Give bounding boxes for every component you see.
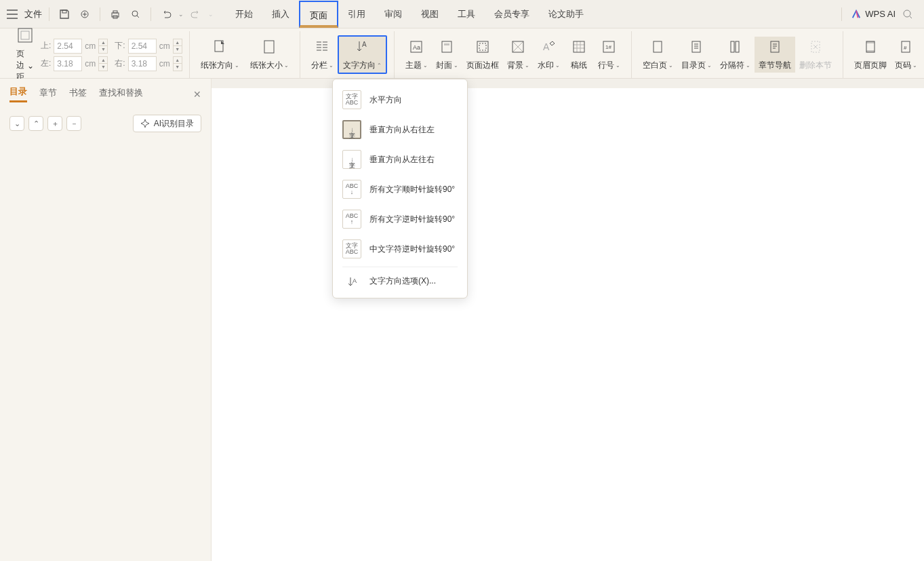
watermark-button[interactable]: A 水印⌄ (534, 37, 564, 73)
file-menu[interactable]: 文件 (24, 8, 42, 20)
cover-button[interactable]: 封面⌄ (432, 37, 462, 73)
tab-start[interactable]: 开始 (226, 1, 262, 28)
margin-bottom-spinner[interactable]: ▲▼ (173, 39, 182, 54)
margin-right-spinner[interactable]: ▲▼ (173, 56, 182, 71)
sidepanel-tab-chapter[interactable]: 章节 (39, 87, 57, 102)
search-icon[interactable] (902, 9, 913, 20)
wps-ai-button[interactable]: WPS AI (851, 9, 896, 19)
print-icon[interactable] (107, 6, 123, 22)
separator-button[interactable]: 分隔符⌄ (716, 37, 755, 73)
expand-down-button[interactable]: ⌄ (9, 116, 24, 131)
undo-caret[interactable]: ⌄ (178, 11, 184, 18)
redo-caret[interactable]: ⌄ (208, 11, 214, 18)
dd-more-options[interactable]: A 文字方向选项(X)... (333, 270, 467, 292)
add-button[interactable]: ＋ (47, 116, 62, 131)
dd-vertical-rtl[interactable]: 文字→ 垂直方向从右往左 (333, 115, 467, 144)
line-number-button[interactable]: 1# 行号⌄ (594, 37, 624, 73)
page-border-icon (474, 38, 491, 56)
grid-paper-button[interactable]: 稿纸 (564, 37, 594, 73)
export-icon[interactable] (77, 6, 93, 22)
columns-icon (313, 38, 331, 56)
remove-button[interactable]: － (66, 116, 81, 131)
ribbon: 页边距⌄ 上: cm ▲▼ 左: cm ▲▼ 下: cm ▲▼ (0, 28, 924, 79)
document-page[interactable] (212, 88, 924, 561)
svg-rect-27 (771, 41, 779, 52)
chapter-nav-button[interactable]: 章节导航 (755, 37, 795, 73)
document-area (212, 79, 924, 561)
dd-vertical-ltr[interactable]: 文字→ 垂直方向从左往右 (333, 144, 467, 174)
page-border-button[interactable]: 页面边框 (462, 37, 503, 73)
margin-right-input[interactable] (128, 56, 157, 71)
paper-size-button[interactable]: 纸张大小⌄ (246, 37, 293, 73)
separator-icon (726, 38, 744, 56)
tab-vip[interactable]: 会员专享 (485, 1, 539, 28)
tab-page[interactable]: 页面 (299, 1, 338, 28)
tab-reference[interactable]: 引用 (338, 1, 375, 28)
sidepanel-tab-bookmark[interactable]: 书签 (69, 87, 87, 102)
dd-vertical-ltr-icon: 文字→ (342, 150, 361, 169)
sidepanel-tab-toc[interactable]: 目录 (9, 85, 27, 102)
ai-toc-button[interactable]: AI识别目录 (133, 115, 201, 132)
grid-paper-icon (570, 38, 588, 56)
dd-rotate-cw[interactable]: ABC↓ 所有文字顺时针旋转90° (333, 174, 467, 204)
background-button[interactable]: 背景⌄ (503, 37, 534, 73)
background-icon (509, 38, 527, 56)
svg-text:A: A (362, 41, 367, 48)
header-footer-button[interactable]: 页眉页脚 (850, 37, 891, 73)
columns-button[interactable]: 分栏⌄ (307, 37, 338, 73)
paper-orient-icon (211, 38, 228, 56)
svg-text:Aa: Aa (413, 44, 420, 51)
margin-top-input[interactable] (54, 39, 82, 54)
page-number-button[interactable]: # 页码⌄ (891, 37, 921, 73)
dd-cjk-ccw-icon: 文字ABC (342, 239, 361, 258)
save-icon[interactable] (56, 6, 73, 22)
svg-rect-15 (444, 43, 449, 45)
svg-text:A: A (543, 41, 550, 52)
margin-left-input[interactable] (54, 56, 82, 71)
sidepanel-tab-find[interactable]: 查找和替换 (99, 87, 143, 102)
svg-rect-31 (866, 50, 875, 52)
collapse-up-button[interactable]: ⌃ (28, 116, 43, 131)
blank-page-button[interactable]: 空白页⌄ (639, 37, 677, 73)
theme-icon: Aa (407, 38, 425, 56)
menu-tabs: 开始 插入 页面 引用 审阅 视图 工具 会员专享 论文助手 (226, 1, 593, 28)
svg-rect-14 (442, 41, 451, 52)
svg-point-5 (132, 11, 138, 16)
tab-insert[interactable]: 插入 (262, 1, 299, 28)
sidepanel-tabs: 目录 章节 书签 查找和替换 ✕ (9, 85, 201, 102)
undo-icon[interactable] (158, 6, 174, 22)
menubar-right: WPS AI (839, 7, 920, 21)
menu-icon[interactable] (4, 6, 20, 22)
paper-size-icon (260, 38, 278, 56)
toc-page-button[interactable]: 目录页⌄ (677, 37, 716, 73)
delete-section-icon (807, 38, 824, 56)
paper-orient-button[interactable]: 纸张方向⌄ (197, 37, 243, 73)
dd-horizontal[interactable]: 文字ABC 水平方向 (333, 85, 467, 115)
wps-ai-label: WPS AI (865, 9, 896, 19)
redo-icon[interactable] (188, 6, 204, 22)
tab-thesis[interactable]: 论文助手 (539, 1, 593, 28)
tab-view[interactable]: 视图 (411, 1, 448, 28)
margin-left-spinner[interactable]: ▲▼ (98, 56, 108, 71)
margin-top-spinner[interactable]: ▲▼ (98, 39, 108, 54)
tab-review[interactable]: 审阅 (375, 1, 411, 28)
dd-cjk-ccw[interactable]: 文字ABC 中文字符逆时针旋转90° (333, 234, 467, 264)
svg-point-6 (904, 10, 910, 17)
page-margin-button[interactable]: 页边距⌄ (16, 48, 34, 83)
margin-bottom-label: 下: (115, 40, 125, 52)
margin-bottom-input[interactable] (128, 39, 157, 54)
dd-rotate-ccw[interactable]: ABC↑ 所有文字逆时针旋转90° (333, 204, 467, 234)
theme-button[interactable]: Aa 主题⌄ (401, 37, 432, 73)
group-paper: 纸张方向⌄ 纸张大小⌄ (190, 31, 300, 78)
wps-ai-logo-icon (851, 9, 861, 19)
text-direction-button[interactable]: A 文字方向⌃ (338, 35, 387, 74)
sidepanel-close-icon[interactable]: ✕ (193, 89, 201, 100)
svg-rect-17 (479, 43, 486, 50)
blank-page-icon (649, 38, 666, 56)
toc-page-icon (687, 38, 705, 56)
dd-horizontal-icon: 文字ABC (342, 90, 361, 109)
svg-rect-10 (264, 41, 274, 53)
print-preview-icon[interactable] (127, 6, 144, 22)
tab-tools[interactable]: 工具 (448, 1, 485, 28)
delete-section-button[interactable]: 删除本节 (795, 37, 836, 73)
